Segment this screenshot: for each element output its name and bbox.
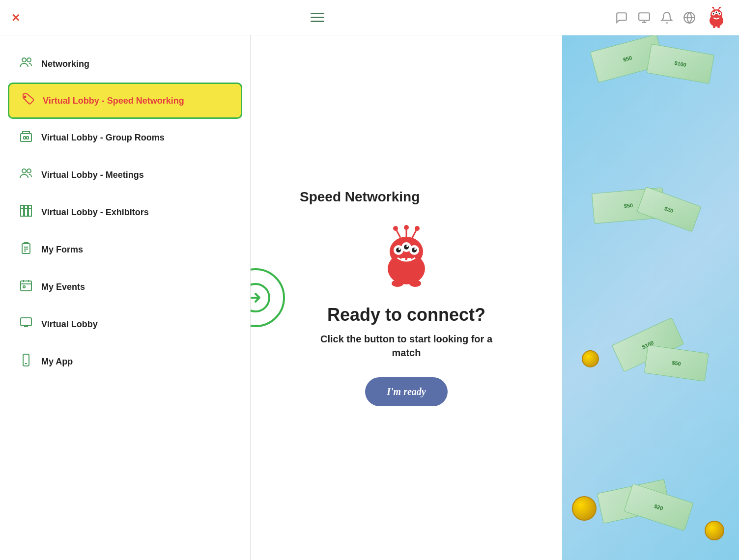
meetings-icon xyxy=(20,167,32,183)
content-area: Speed Networking xyxy=(251,35,739,560)
svg-rect-25 xyxy=(24,137,26,139)
svg-rect-66 xyxy=(407,258,411,261)
svg-point-11 xyxy=(715,11,717,13)
sidebar-item-meetings-label: Virtual Lobby - Meetings xyxy=(41,170,144,180)
svg-point-63 xyxy=(406,245,408,247)
sidebar-item-my-forms-label: My Forms xyxy=(41,245,83,255)
svg-rect-42 xyxy=(21,318,31,326)
svg-point-22 xyxy=(27,58,31,62)
sidebar-item-meetings[interactable]: Virtual Lobby - Meetings xyxy=(0,156,250,194)
svg-rect-13 xyxy=(714,18,716,19)
menu-icon[interactable] xyxy=(311,13,324,22)
tag-icon xyxy=(21,93,34,109)
header-left: × xyxy=(12,11,20,25)
svg-rect-65 xyxy=(401,258,405,261)
svg-point-61 xyxy=(412,248,417,252)
sidebar-item-networking[interactable]: Networking xyxy=(0,45,250,83)
money-bill-2: $100 xyxy=(646,44,714,84)
chat-icon[interactable] xyxy=(615,11,628,24)
people-icon xyxy=(20,56,32,72)
sidebar-item-virtual-lobby[interactable]: Virtual Lobby xyxy=(0,306,250,343)
svg-point-59 xyxy=(396,248,401,252)
svg-rect-15 xyxy=(713,26,715,28)
calendar-icon xyxy=(20,279,32,295)
grid-icon xyxy=(20,204,32,220)
sidebar-item-my-events[interactable]: My Events xyxy=(0,268,250,306)
svg-rect-31 xyxy=(28,205,31,216)
header-right xyxy=(615,7,727,28)
sidebar-item-group-rooms[interactable]: Virtual Lobby - Group Rooms xyxy=(0,119,250,156)
svg-rect-26 xyxy=(27,137,28,139)
ready-title: Ready to connect? xyxy=(327,305,485,325)
money-bill-4: $20 xyxy=(636,186,701,232)
sidebar-item-my-app-label: My App xyxy=(41,357,73,367)
svg-point-23 xyxy=(25,96,26,98)
phone-icon xyxy=(20,354,32,369)
app-header: × xyxy=(0,0,739,35)
ready-subtitle: Click the button to start looking for a … xyxy=(308,332,505,360)
sidebar: Networking Virtual Lobby - Speed Network… xyxy=(0,35,251,560)
hamburger-line-3 xyxy=(311,21,324,22)
svg-rect-41 xyxy=(23,286,25,288)
svg-point-67 xyxy=(392,280,403,287)
svg-point-21 xyxy=(22,58,26,62)
coin-2 xyxy=(705,521,724,540)
building-icon xyxy=(20,130,32,145)
hamburger-line-2 xyxy=(311,17,324,18)
header-center xyxy=(311,13,324,22)
svg-point-53 xyxy=(404,225,409,230)
svg-point-28 xyxy=(27,169,31,173)
svg-rect-0 xyxy=(639,13,650,20)
presentation-icon[interactable] xyxy=(638,11,651,24)
svg-point-10 xyxy=(712,13,714,14)
svg-point-64 xyxy=(414,248,416,250)
svg-point-55 xyxy=(415,226,420,231)
coin-3 xyxy=(582,350,599,367)
globe-icon[interactable] xyxy=(683,11,696,24)
money-bill-6: $50 xyxy=(644,345,709,382)
right-panel-decoration: $50 $100 $50 $20 $100 $50 $100 $20 xyxy=(562,35,739,560)
clipboard-icon xyxy=(20,242,32,257)
sidebar-item-my-app[interactable]: My App xyxy=(0,343,250,380)
monitor-icon xyxy=(20,316,32,332)
hamburger-line-1 xyxy=(311,13,324,14)
svg-rect-45 xyxy=(23,354,29,366)
svg-rect-29 xyxy=(21,205,24,216)
money-background: $50 $100 $50 $20 $100 $50 $100 $20 xyxy=(562,35,739,560)
svg-point-60 xyxy=(404,245,409,250)
svg-point-51 xyxy=(393,226,398,231)
svg-point-12 xyxy=(718,13,720,14)
svg-rect-30 xyxy=(25,205,28,216)
sidebar-item-virtual-lobby-label: Virtual Lobby xyxy=(41,319,98,330)
main-container: Networking Virtual Lobby - Speed Network… xyxy=(0,35,739,560)
sidebar-item-my-events-label: My Events xyxy=(41,282,85,292)
sidebar-item-networking-label: Networking xyxy=(41,59,89,69)
svg-point-62 xyxy=(398,248,400,250)
sidebar-item-speed-networking-label: Virtual Lobby - Speed Networking xyxy=(43,96,184,106)
sidebar-item-exhibitors[interactable]: Virtual Lobby - Exhibitors xyxy=(0,194,250,231)
sidebar-item-speed-networking[interactable]: Virtual Lobby - Speed Networking xyxy=(8,83,242,119)
close-button[interactable]: × xyxy=(12,11,20,25)
im-ready-button[interactable]: I'm ready xyxy=(365,377,447,406)
svg-rect-14 xyxy=(717,18,718,19)
sidebar-item-group-rooms-label: Virtual Lobby - Group Rooms xyxy=(41,133,165,143)
svg-rect-16 xyxy=(717,26,720,28)
main-content: Speed Networking xyxy=(251,35,562,560)
sidebar-item-exhibitors-label: Virtual Lobby - Exhibitors xyxy=(41,207,149,218)
coin-1 xyxy=(572,496,597,521)
sidebar-item-my-forms[interactable]: My Forms xyxy=(0,231,250,268)
bell-icon[interactable] xyxy=(660,11,673,24)
monster-illustration xyxy=(377,224,436,295)
svg-point-27 xyxy=(22,169,26,173)
svg-rect-37 xyxy=(21,281,31,291)
user-avatar[interactable] xyxy=(706,7,727,28)
svg-point-68 xyxy=(409,280,421,287)
page-title: Speed Networking xyxy=(300,189,420,205)
